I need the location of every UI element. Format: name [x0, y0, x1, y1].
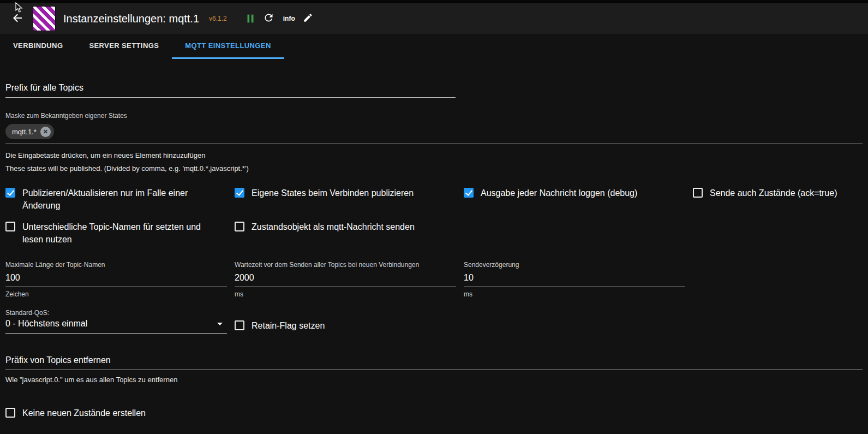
prefix-topics-label: Prefix für alle Topics [5, 83, 456, 98]
app-bar: Instanzeinstellungen: mqtt.1 v6.1.2 info [0, 3, 868, 34]
checkbox-label: Ausgabe jeder Nachricht loggen (debug) [481, 187, 637, 199]
send-delay-input[interactable] [464, 272, 685, 287]
checkbox-box [235, 188, 244, 198]
field-label: Maximale Länge der Topic-Namen [5, 261, 227, 269]
checkbox-send-ack-states[interactable]: Sende auch Zustände (ack=true) [693, 187, 863, 212]
checkbox-publish-own-states[interactable]: Eigene States beim Verbinden publizieren [235, 187, 464, 212]
remove-prefix-helper: Wie "javascript.0." um es aus allen Topi… [5, 376, 863, 384]
tab-mqtt-einstellungen[interactable]: MQTT EINSTELLUNGEN [172, 34, 284, 59]
checkbox-debug-log[interactable]: Ausgabe jeder Nachricht loggen (debug) [464, 187, 693, 212]
publish-mask-label: Maske zum Bekanntgeben eigener States [5, 112, 863, 120]
checkbox-box [5, 408, 15, 418]
checkbox-box [464, 188, 474, 198]
tab-bar: VERBINDUNG SERVER SETTINGS MQTT EINSTELL… [0, 34, 868, 59]
chevron-down-icon [217, 323, 223, 325]
pause-instance-button[interactable] [241, 9, 260, 28]
tab-server-settings[interactable]: SERVER SETTINGS [76, 34, 172, 59]
checkbox-box [235, 320, 244, 330]
max-topic-length-input[interactable] [5, 272, 227, 287]
refresh-icon [263, 12, 274, 25]
checkbox-label: Publizieren/Aktualisieren nur im Falle e… [22, 187, 220, 212]
field-helper: Zeichen [5, 290, 227, 298]
field-label: Wartezeit vor dem Senden aller Topics be… [235, 261, 456, 269]
pause-icon [244, 13, 256, 25]
checkbox-label: Unterschiedliche Topic-Namen für setzten… [22, 221, 220, 246]
edit-button[interactable] [300, 9, 316, 28]
field-helper: ms [464, 290, 685, 298]
prefix-topics-field[interactable]: Prefix für alle Topics [5, 83, 456, 98]
number-inputs-row: Maximale Länge der Topic-Namen Zeichen W… [5, 261, 863, 298]
checkbox-row-no-states: Keine neuen Zustände erstellen [5, 407, 863, 419]
qos-row: Standard-QoS: 0 - Höchstens einmal Retai… [5, 309, 863, 334]
checkbox-label: Eigene States beim Verbinden publizieren [252, 187, 414, 199]
checkbox-box [5, 188, 15, 198]
checkbox-row-1: Publizieren/Aktualisieren nur im Falle e… [5, 187, 863, 212]
mask-chip[interactable]: mqtt.1.* ✕ [5, 124, 54, 139]
send-wait-field: Wartezeit vor dem Senden aller Topics be… [235, 261, 456, 298]
checkbox-box [693, 188, 703, 198]
tab-verbindung[interactable]: VERBINDUNG [0, 34, 76, 59]
max-topic-length-field: Maximale Länge der Topic-Namen Zeichen [5, 261, 227, 298]
checkbox-box [5, 222, 15, 231]
checkbox-label: Sende auch Zustände (ack=true) [710, 187, 837, 199]
checkbox-box [235, 222, 244, 231]
version-badge: v6.1.2 [209, 15, 227, 22]
remove-prefix-label: Präfix von Topics entfernen [5, 355, 863, 370]
reload-button[interactable] [260, 9, 278, 28]
checkbox-label: Zustandsobjekt als mqtt-Nachricht senden [252, 221, 415, 233]
checkbox-different-topic-names[interactable]: Unterschiedliche Topic-Namen für setzten… [5, 221, 235, 246]
qos-label: Standard-QoS: [5, 309, 227, 317]
pencil-icon [303, 13, 313, 25]
page-title: Instanzeinstellungen: mqtt.1 [63, 13, 199, 25]
default-qos-select[interactable]: Standard-QoS: 0 - Höchstens einmal [5, 309, 227, 334]
send-delay-field: Sendeverzögerung ms [464, 261, 685, 298]
qos-selected-value: 0 - Höchstens einmal [5, 319, 87, 329]
mqtt-adapter-logo [33, 6, 56, 31]
publish-mask-input[interactable]: mqtt.1.* ✕ [5, 124, 863, 144]
checkbox-label: Keine neuen Zustände erstellen [22, 407, 146, 419]
checkbox-state-object-as-mqtt[interactable]: Zustandsobjekt als mqtt-Nachricht senden [235, 221, 464, 246]
mask-chip-label: mqtt.1.* [12, 128, 37, 136]
field-helper: ms [235, 290, 456, 298]
checkbox-publish-changes-only[interactable]: Publizieren/Aktualisieren nur im Falle e… [5, 187, 235, 212]
field-label: Sendeverzögerung [464, 261, 685, 269]
remove-prefix-field[interactable]: Präfix von Topics entfernen Wie "javascr… [5, 355, 863, 384]
checkbox-no-new-states[interactable]: Keine neuen Zustände erstellen [5, 407, 863, 419]
mouse-cursor [15, 2, 23, 15]
top-strip [0, 0, 868, 3]
checkbox-retain-flag[interactable]: Retain-Flag setzen [235, 319, 339, 332]
checkbox-row-2: Unterschiedliche Topic-Namen für setzten… [5, 221, 863, 246]
checkbox-label: Retain-Flag setzen [252, 319, 325, 332]
settings-form: Prefix für alle Topics Maske zum Bekannt… [0, 83, 868, 434]
info-link[interactable]: info [283, 15, 295, 22]
mask-helper-2: These states will be published. (Divided… [5, 164, 863, 173]
mask-helper-1: Die Eingabetaste drücken, um ein neues E… [5, 151, 863, 159]
chip-close-icon[interactable]: ✕ [40, 127, 51, 137]
send-wait-input[interactable] [235, 272, 456, 287]
